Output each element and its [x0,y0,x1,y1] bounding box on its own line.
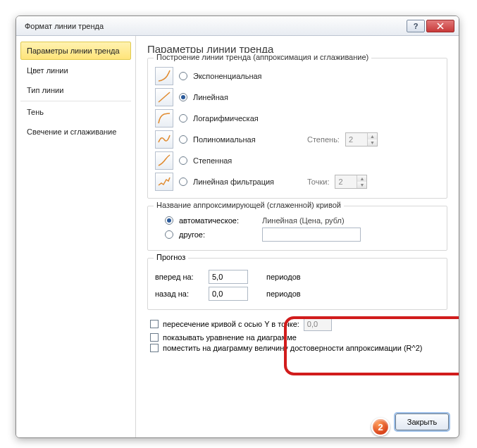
chevron-up-icon: ▲ [368,133,377,139]
backward-label: назад на: [155,290,204,298]
sidebar-item-line-type[interactable]: Тип линии [20,81,131,99]
trend-option-logarithmic: Логарифмическая [155,108,440,129]
sidebar-item-label: Тип линии [27,86,63,94]
forecast-forward-row: вперед на: периодов [155,270,440,284]
curve-name-group: Название аппроксимирующей (сглаженной) к… [147,206,447,251]
sidebar-item-line-color[interactable]: Цвет линии [20,61,131,80]
equation-label: показывать уравнение на диаграмме [163,333,297,342]
logarithmic-icon [155,109,173,127]
close-button-label: Закрыть [407,418,437,426]
forecast-backward-row: назад на: периодов [155,287,440,301]
radio-power[interactable] [179,156,187,165]
radio-exponential[interactable] [179,72,187,80]
trend-option-linear: Линейная [155,87,440,108]
points-input [335,175,357,188]
trend-label: Линейная фильтрация [193,178,299,186]
trend-option-power: Степенная [155,150,440,171]
rsquared-label: поместить на диаграмму величину достовер… [163,344,422,352]
radio-logarithmic[interactable] [179,114,187,123]
trend-option-exponential: Экспоненциальная [155,66,440,87]
trend-label: Полиномиальная [193,135,299,144]
annotation-badge-2: 2 [371,418,390,436]
degree-label: Степень: [307,135,340,144]
intercept-label: пересечение кривой с осью Y в точке: [163,320,299,328]
intercept-input [304,317,332,331]
backward-input[interactable] [209,287,248,301]
help-button[interactable]: ? [407,20,425,32]
dialog-window: Формат линии тренда ? Параметры линии тр… [16,15,459,438]
trend-option-polynomial: Полиномиальная Степень: ▲▼ [155,129,440,150]
sidebar-item-trendline-options[interactable]: Параметры линии тренда [20,42,131,60]
close-button[interactable]: Закрыть [395,413,449,430]
auto-label: автоматическое: [179,216,256,225]
polynomial-icon [155,130,173,149]
name-other-row: другое: [165,228,440,242]
degree-input [346,133,367,146]
forward-label: вперед на: [155,273,204,281]
trend-type-group: Построение линии тренда (аппроксимация и… [147,58,447,199]
radio-polynomial[interactable] [179,135,187,144]
group-legend: Прогноз [154,253,188,261]
dialog-body: Параметры линии тренда Цвет линии Тип ли… [16,36,459,437]
intercept-checkbox[interactable] [150,320,159,328]
exponential-icon [155,67,173,85]
group-legend: Построение линии тренда (аппроксимация и… [154,53,371,61]
dialog-footer: Закрыть [395,413,449,430]
backward-unit: периодов [266,290,301,298]
sidebar-item-glow[interactable]: Свечение и сглаживание [20,123,131,141]
trend-option-moving-avg: Линейная фильтрация Точки: ▲▼ [155,171,440,192]
forward-unit: периодов [266,273,301,281]
sidebar-separator [20,101,131,101]
power-icon [155,151,173,170]
close-icon [437,23,444,30]
chevron-up-icon: ▲ [357,175,366,182]
equation-row: показывать уравнение на диаграмме [150,333,447,342]
main-panel: Параметры линии тренда Построение линии … [136,36,459,437]
chevron-down-icon: ▼ [368,139,377,146]
trend-label: Логарифмическая [193,114,299,123]
sidebar-item-shadow[interactable]: Тень [20,103,131,121]
forecast-group: Прогноз вперед на: периодов назад на: пе… [147,258,447,310]
radio-moving-avg[interactable] [179,178,187,186]
forward-input[interactable] [209,270,248,284]
sidebar-item-label: Тень [27,108,44,116]
radio-other-name[interactable] [165,230,173,239]
auto-name-value: Линейная (Цена, рубл) [262,216,345,225]
window-title: Формат линии тренда [20,22,405,30]
titlebar: Формат линии тренда ? [16,16,459,36]
chevron-down-icon: ▼ [357,182,366,188]
moving-avg-icon [155,173,173,191]
trend-label: Линейная [193,93,299,101]
linear-icon [155,88,173,106]
trend-label: Степенная [193,156,299,165]
trend-label: Экспоненциальная [193,72,299,80]
name-auto-row: автоматическое: Линейная (Цена, рубл) [165,216,440,225]
sidebar-item-label: Цвет линии [27,66,68,75]
sidebar: Параметры линии тренда Цвет линии Тип ли… [16,36,136,437]
close-window-button[interactable] [426,20,454,32]
group-legend: Название аппроксимирующей (сглаженной) к… [154,201,344,209]
rsquared-row: поместить на диаграмму величину достовер… [150,344,447,352]
radio-linear[interactable] [179,93,187,101]
equation-checkbox[interactable] [150,333,159,342]
other-name-input[interactable] [262,228,361,242]
sidebar-item-label: Свечение и сглаживание [27,127,116,136]
intercept-row: пересечение кривой с осью Y в точке: [150,317,447,331]
radio-auto-name[interactable] [165,216,173,225]
points-label: Точки: [307,178,329,186]
degree-spinner: ▲▼ [345,132,378,147]
points-spinner: ▲▼ [335,175,367,189]
sidebar-item-label: Параметры линии тренда [27,46,120,55]
other-label: другое: [179,230,256,239]
rsquared-checkbox[interactable] [150,344,159,352]
